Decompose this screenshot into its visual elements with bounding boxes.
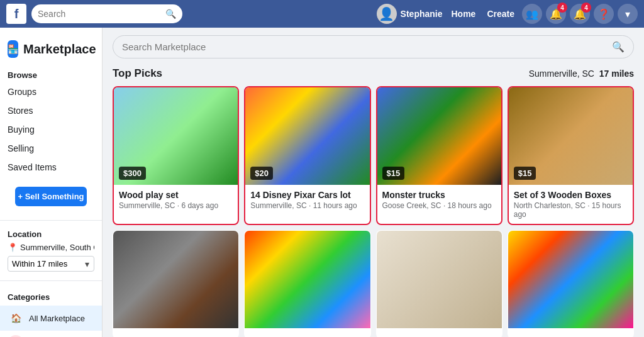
more-card-3[interactable] (508, 230, 634, 337)
more-image-2 (377, 231, 502, 328)
create-link[interactable]: Create (483, 9, 518, 19)
marketplace-search-input[interactable] (122, 41, 612, 52)
product-title-0: Wood play set (119, 190, 233, 200)
category-all-label: All Marketplace (29, 314, 85, 323)
selling-label: Selling (8, 143, 34, 153)
help-icon-button[interactable]: ❓ (594, 4, 614, 24)
category-rentals[interactable]: 🏘 Rentals (0, 331, 102, 337)
product-card-3[interactable]: $15 Set of 3 Wooden Boxes North Charlest… (508, 86, 634, 225)
more-info-3 (508, 328, 633, 337)
notifications-icon-button[interactable]: 🔔 4 (546, 4, 566, 24)
sidebar-item-groups[interactable]: Groups (0, 82, 102, 101)
more-card-2[interactable] (376, 230, 502, 337)
page-layout: 🏪 Marketplace Browse Groups Stores Buyin… (0, 28, 644, 337)
product-title-1: 14 Disney Pixar Cars lot (250, 190, 364, 200)
alert-badge: 4 (581, 3, 591, 13)
product-info-3: Set of 3 Wooden Boxes North Charleston, … (509, 185, 633, 224)
global-search-bar[interactable]: 🔍 (31, 4, 182, 23)
miles-selector-wrap: Within 17 miles Within 1 mile Within 2 m… (8, 256, 94, 272)
location-label: Location (8, 229, 94, 239)
marketplace-icon: 🏪 (8, 40, 18, 58)
sidebar-item-buying[interactable]: Buying (0, 120, 102, 139)
product-card-0[interactable]: $300 Wood play set Summerville, SC · 6 d… (113, 86, 239, 225)
product-meta-2: Goose Creek, SC · 18 hours ago (382, 201, 496, 210)
sidebar-item-saved[interactable]: Saved Items (0, 158, 102, 177)
more-info-2 (377, 328, 502, 337)
location-section: Location 📍 Within 17 miles Within 1 mile… (0, 224, 102, 277)
top-picks-title: Top Picks (113, 67, 162, 80)
more-card-0[interactable] (113, 230, 239, 337)
product-title-3: Set of 3 Wooden Boxes (514, 190, 628, 200)
buying-label: Buying (8, 124, 35, 135)
marketplace-search-button[interactable]: 🔍 (612, 41, 625, 53)
product-card-2[interactable]: $15 Monster trucks Goose Creek, SC · 18 … (376, 86, 502, 225)
nav-right-section: 👤 Stephanie Home Create 👥 🔔 4 🔔 4 ❓ ▾ (377, 4, 638, 24)
category-all[interactable]: 🏠 All Marketplace (0, 306, 102, 331)
price-badge-1: $20 (250, 167, 273, 180)
location-icon: 📍 (8, 243, 18, 252)
home-link[interactable]: Home (448, 9, 480, 19)
categories-title: Categories (0, 290, 102, 306)
miles-select[interactable]: Within 17 miles Within 1 mile Within 2 m… (8, 256, 94, 272)
product-info-0: Wood play set Summerville, SC · 6 days a… (114, 185, 238, 215)
username-label: Stephanie (401, 9, 443, 19)
browse-section-title: Browse (0, 65, 102, 82)
product-info-1: 14 Disney Pixar Cars lot Summerville, SC… (245, 185, 369, 215)
more-info-1 (245, 328, 370, 337)
groups-label: Groups (8, 87, 36, 97)
product-meta-0: Summerville, SC · 6 days ago (119, 201, 233, 210)
user-avatar[interactable]: 👤 (377, 4, 397, 24)
sidebar-marketplace-title: 🏪 Marketplace (0, 35, 102, 65)
account-dropdown-button[interactable]: ▾ (618, 4, 638, 24)
main-content: 🔍 Top Picks Summerville, SC 17 miles $30… (103, 28, 644, 337)
divider-1 (0, 220, 102, 221)
product-image-2: $15 (377, 87, 501, 185)
product-meta-1: Summerville, SC · 11 hours ago (250, 201, 364, 210)
facebook-logo: f (6, 4, 26, 24)
search-icon: 🔍 (165, 9, 176, 19)
top-picks-grid: $300 Wood play set Summerville, SC · 6 d… (113, 86, 634, 225)
more-picks-grid (113, 230, 634, 337)
more-image-1 (245, 231, 370, 328)
stores-label: Stores (8, 106, 33, 116)
product-card-1[interactable]: $20 14 Disney Pixar Cars lot Summerville… (244, 86, 370, 225)
price-badge-3: $15 (514, 167, 536, 180)
price-badge-0: $300 (119, 167, 146, 180)
friends-icon-button[interactable]: 👥 (522, 4, 542, 24)
product-info-2: Monster trucks Goose Creek, SC · 18 hour… (377, 185, 501, 215)
price-badge-2: $15 (382, 167, 405, 180)
location-row: 📍 (8, 243, 94, 252)
more-info-0 (113, 328, 238, 337)
product-image-1: $20 (245, 87, 369, 185)
product-title-2: Monster trucks (382, 190, 496, 200)
divider-2 (0, 280, 102, 281)
top-navigation: f 🔍 👤 Stephanie Home Create 👥 🔔 4 🔔 4 ❓ … (0, 0, 644, 28)
marketplace-search-bar[interactable]: 🔍 (113, 35, 634, 58)
global-search-input[interactable] (38, 9, 165, 19)
product-meta-3: North Charleston, SC · 15 hours ago (514, 201, 628, 219)
top-picks-header: Top Picks Summerville, SC 17 miles (113, 67, 634, 80)
alerts-icon-button[interactable]: 🔔 4 (570, 4, 590, 24)
sidebar-item-selling[interactable]: Selling (0, 139, 102, 158)
sidebar-item-stores[interactable]: Stores (0, 101, 102, 120)
sidebar: 🏪 Marketplace Browse Groups Stores Buyin… (0, 28, 103, 337)
all-marketplace-icon: 🏠 (8, 310, 24, 326)
notification-badge: 4 (557, 3, 567, 13)
categories-section: Categories 🏠 All Marketplace 🏘 Rentals 🏡… (0, 285, 102, 337)
product-image-3: $15 (509, 87, 633, 185)
more-card-1[interactable] (244, 230, 370, 337)
more-image-0 (113, 231, 238, 328)
sell-something-button[interactable]: + Sell Something (15, 187, 87, 206)
saved-items-label: Saved Items (8, 162, 57, 172)
location-input[interactable] (20, 243, 94, 252)
location-distance-display: Summerville, SC 17 miles (529, 69, 634, 79)
product-image-0: $300 (114, 87, 238, 185)
more-image-3 (508, 231, 633, 328)
